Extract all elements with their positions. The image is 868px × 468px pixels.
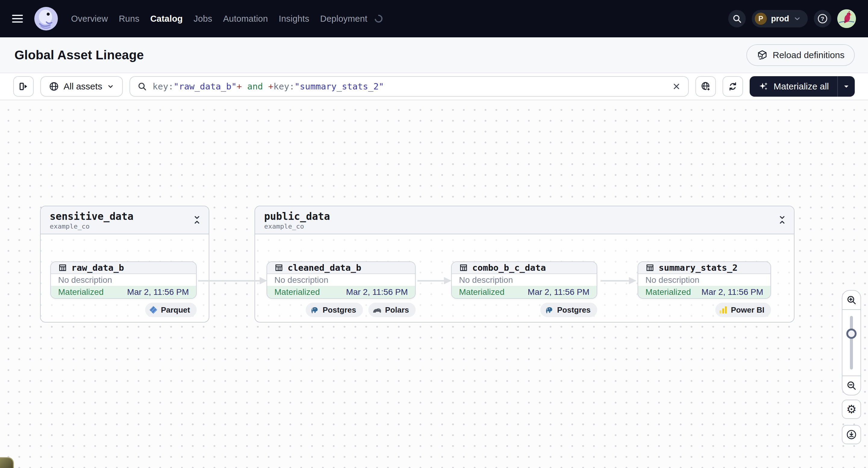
page-title: Global Asset Lineage: [14, 48, 144, 62]
loading-spinner-icon: [373, 13, 384, 24]
search-icon: [137, 82, 147, 91]
collapse-group-icon[interactable]: [778, 215, 787, 225]
globe-plus-icon: [701, 81, 711, 92]
zoom-in-button[interactable]: [842, 291, 861, 310]
clear-search-button[interactable]: [672, 82, 681, 91]
asset-node-cleaned-data-b[interactable]: cleaned_data_b No description Materializ…: [267, 261, 415, 299]
zoom-in-icon: [846, 295, 857, 305]
caret-down-icon: [843, 83, 850, 90]
search-button[interactable]: [728, 10, 746, 27]
top-nav: Overview Runs Catalog Jobs Automation In…: [0, 0, 868, 37]
group-title: public_data: [264, 211, 786, 222]
zoom-control: [842, 290, 861, 396]
asset-node-header: raw_data_b: [51, 262, 196, 274]
edge-raw-to-cleaned: [198, 280, 259, 282]
deployment-name: prod: [771, 14, 789, 24]
reload-cube-icon: [756, 50, 768, 61]
page-header: Global Asset Lineage Reload definitions: [0, 37, 868, 73]
integration-tag-parquet[interactable]: Parquet: [145, 303, 197, 317]
zoom-slider-track[interactable]: [850, 316, 853, 370]
table-icon: [645, 263, 654, 272]
asset-name: combo_b_c_data: [472, 262, 546, 273]
asset-node-header: combo_b_c_data: [452, 262, 597, 274]
table-icon: [58, 263, 67, 272]
edge-arrowhead: [629, 277, 637, 284]
nav-deployment[interactable]: Deployment: [320, 14, 367, 24]
materialize-split-button: Materialize all: [750, 76, 855, 97]
tag-label: Postgres: [557, 305, 591, 315]
zoom-slider-thumb[interactable]: [846, 329, 857, 339]
asset-status-row: Materialized Mar 2, 11:56 PM: [452, 286, 597, 298]
integration-tag-postgres[interactable]: Postgres: [306, 303, 363, 317]
collapse-group-icon[interactable]: [192, 215, 202, 225]
menu-icon[interactable]: [12, 15, 23, 23]
main-nav: Overview Runs Catalog Jobs Automation In…: [71, 14, 367, 24]
asset-status-row: Materialized Mar 2, 11:56 PM: [51, 286, 196, 298]
table-icon: [274, 263, 283, 272]
materialization-timestamp: Mar 2, 11:56 PM: [127, 287, 189, 297]
asset-name: cleaned_data_b: [288, 262, 361, 273]
deployment-switcher[interactable]: P prod: [752, 10, 808, 27]
new-asset-group-button[interactable]: [695, 76, 716, 97]
tag-label: Power BI: [731, 305, 765, 315]
asset-tags-cleaned-data-b: Postgres Polars: [306, 303, 415, 317]
power-bi-icon: [719, 306, 727, 313]
asset-node-header: cleaned_data_b: [267, 262, 415, 274]
dagster-logo-icon[interactable]: [34, 7, 58, 30]
globe-icon: [49, 81, 59, 92]
nav-catalog[interactable]: Catalog: [150, 14, 183, 24]
postgres-icon: [545, 305, 554, 314]
graph-settings-button[interactable]: ⚙: [842, 400, 861, 419]
asset-node-summary-stats-2[interactable]: summary_stats_2 No description Materiali…: [638, 261, 771, 299]
minimap-corner[interactable]: [0, 457, 14, 468]
asset-search-input[interactable]: key:"raw_data_b"+ and +key:"summary_stat…: [129, 76, 688, 97]
table-icon: [459, 263, 468, 272]
help-button[interactable]: ?: [814, 10, 831, 27]
close-icon: [672, 82, 681, 91]
download-graph-button[interactable]: [842, 425, 861, 444]
chevron-down-icon: [793, 15, 801, 23]
lineage-canvas[interactable]: sensitive_data example_co public_data ex…: [0, 100, 868, 468]
reload-definitions-label: Reload definitions: [773, 50, 845, 60]
edge-arrowhead: [259, 277, 267, 284]
asset-tags-raw-data-b: Parquet: [145, 303, 197, 317]
reload-definitions-button[interactable]: Reload definitions: [746, 44, 855, 66]
deployment-avatar: P: [755, 13, 767, 25]
open-side-panel-button[interactable]: [13, 76, 34, 97]
search-icon: [732, 14, 742, 24]
group-subtitle: example_co: [264, 223, 786, 230]
nav-jobs[interactable]: Jobs: [194, 14, 212, 24]
asset-description: No description: [638, 274, 770, 286]
asset-node-header: summary_stats_2: [638, 262, 770, 274]
help-icon: ?: [817, 13, 828, 24]
status-badge: Materialized: [58, 287, 103, 297]
asset-scope-dropdown[interactable]: All assets: [40, 76, 123, 97]
zoom-out-button[interactable]: [842, 376, 861, 395]
asset-description: No description: [51, 274, 196, 286]
integration-tag-polars[interactable]: Polars: [368, 303, 416, 317]
asset-name: raw_data_b: [71, 262, 124, 273]
integration-tag-power-bi[interactable]: Power BI: [715, 303, 771, 317]
nav-insights[interactable]: Insights: [279, 14, 309, 24]
integration-tag-postgres[interactable]: Postgres: [540, 303, 597, 317]
materialize-options-button[interactable]: [837, 76, 855, 97]
materialize-all-button[interactable]: Materialize all: [750, 76, 837, 97]
user-avatar[interactable]: [837, 9, 856, 28]
asset-node-combo-b-c-data[interactable]: combo_b_c_data No description Materializ…: [451, 261, 597, 299]
asset-scope-label: All assets: [64, 81, 102, 92]
zoom-slider[interactable]: [842, 310, 861, 376]
nav-automation[interactable]: Automation: [223, 14, 268, 24]
materialization-timestamp: Mar 2, 11:56 PM: [528, 287, 589, 297]
tag-label: Parquet: [161, 305, 190, 315]
nav-overview[interactable]: Overview: [71, 14, 108, 24]
asset-node-raw-data-b[interactable]: raw_data_b No description Materialized M…: [50, 261, 197, 299]
app-root: Overview Runs Catalog Jobs Automation In…: [0, 0, 868, 468]
edge-cleaned-to-combo: [417, 280, 444, 282]
zoom-out-icon: [846, 380, 857, 391]
asset-status-row: Materialized Mar 2, 11:56 PM: [267, 286, 415, 298]
refresh-button[interactable]: [722, 76, 743, 97]
asset-status-row: Materialized Mar 2, 11:56 PM: [638, 286, 770, 298]
nav-runs[interactable]: Runs: [119, 14, 140, 24]
edge-combo-to-summary: [600, 280, 629, 282]
panel-open-icon: [19, 81, 29, 92]
